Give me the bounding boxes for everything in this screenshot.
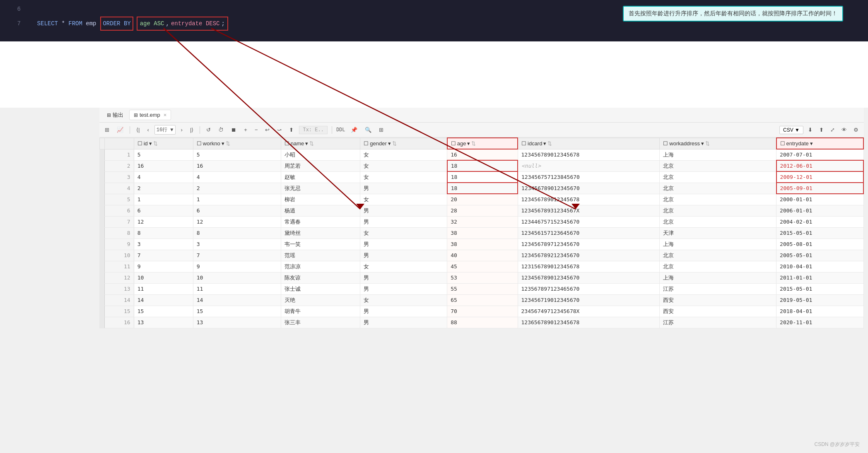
id-sort-icon[interactable]: ⇅ bbox=[153, 140, 158, 147]
th-entrydate[interactable]: ☐ entrydate ▾ bbox=[776, 138, 863, 149]
th-id[interactable]: ☐ id ▾ ⇅ bbox=[134, 138, 193, 149]
gender-cell: 男 bbox=[360, 283, 447, 294]
idcard-label: idcard bbox=[528, 140, 542, 147]
workaddress-cell: 江苏 bbox=[660, 283, 776, 294]
th-age[interactable]: ☐ age ▾ ⇅ bbox=[447, 138, 518, 149]
idcard-filter[interactable]: ▾ bbox=[543, 140, 546, 147]
tab-output[interactable]: ⊞ 输出 bbox=[103, 110, 128, 120]
th-gender[interactable]: ☐ gender ▾ ⇅ bbox=[360, 138, 447, 149]
row-num-cell: 8 bbox=[105, 227, 134, 239]
name-cell: 灭绝 bbox=[281, 294, 360, 306]
workno-cell: 2 bbox=[193, 183, 281, 194]
idcard-cell: 123456719012345670 bbox=[518, 294, 660, 306]
name-cell: 柳岩 bbox=[281, 194, 360, 205]
th-rownum bbox=[105, 138, 134, 149]
download-btn[interactable]: ⬇ bbox=[806, 126, 815, 134]
id-cell: 3 bbox=[134, 239, 193, 250]
workno-sort[interactable]: ⇅ bbox=[226, 140, 230, 147]
grid2-btn[interactable]: ⊞ bbox=[377, 126, 386, 134]
next-row-btn[interactable]: › bbox=[179, 126, 185, 134]
stop-btn[interactable]: ⏹ bbox=[229, 126, 239, 134]
id-filter-icon[interactable]: ▾ bbox=[149, 140, 152, 147]
table-row: 511柳岩女20123456789012345678北京2000-01-01 bbox=[100, 194, 864, 205]
gender-filter[interactable]: ▾ bbox=[388, 140, 391, 147]
scroll-cell bbox=[100, 283, 105, 294]
entrydate-filter[interactable]: ▾ bbox=[810, 140, 813, 147]
entrydate-cell: 2011-01-01 bbox=[776, 272, 863, 283]
prev-row-btn[interactable]: ‹ bbox=[145, 126, 151, 134]
search-btn[interactable]: 🔍 bbox=[363, 126, 374, 134]
first-row-btn[interactable]: ⟨| bbox=[134, 126, 142, 134]
entrydate-cell: 2007-07-01 bbox=[776, 149, 863, 160]
workaddress-filter[interactable]: ▾ bbox=[701, 140, 704, 147]
tab-close-btn[interactable]: × bbox=[164, 112, 167, 118]
gender-sort[interactable]: ⇅ bbox=[392, 140, 397, 147]
th-idcard[interactable]: ☐ idcard ▾ ⇅ bbox=[518, 138, 660, 149]
settings-btn[interactable]: ⚙ bbox=[851, 126, 861, 134]
workaddress-cell: 上海 bbox=[660, 149, 776, 160]
scroll-col bbox=[100, 138, 105, 149]
idcard-cell: 123656789012345678 bbox=[518, 317, 660, 328]
th-name[interactable]: ☐ name ▾ ⇅ bbox=[281, 138, 360, 149]
tab-output-label: 输出 bbox=[113, 111, 123, 119]
id-cell: 9 bbox=[134, 261, 193, 272]
expand-btn[interactable]: ⤢ bbox=[828, 126, 837, 134]
scroll-cell bbox=[100, 194, 105, 205]
scroll-cell bbox=[100, 149, 105, 160]
id-cell: 16 bbox=[134, 160, 193, 171]
rows-label[interactable]: 16行 ▼ bbox=[154, 125, 176, 135]
workno-cell: 6 bbox=[193, 205, 281, 216]
age-filter[interactable]: ▾ bbox=[467, 140, 470, 147]
entrydate-cell: 2004-02-01 bbox=[776, 216, 863, 227]
eye-btn[interactable]: 👁 bbox=[839, 126, 849, 134]
th-workno[interactable]: ☐ workno ▾ ⇅ bbox=[193, 138, 281, 149]
grid-view-btn[interactable]: ⊞ bbox=[103, 126, 111, 134]
csv-btn[interactable]: CSV ▼ bbox=[779, 126, 803, 134]
table-row: 151515胡青牛男7023456749712345678X西安2018-04-… bbox=[100, 306, 864, 317]
refresh-btn[interactable]: ↺ bbox=[204, 126, 213, 134]
upload2-btn[interactable]: ⬆ bbox=[817, 126, 826, 134]
name-sort[interactable]: ⇅ bbox=[309, 140, 314, 147]
id-cell: 1 bbox=[134, 194, 193, 205]
entrydate-cell: 2005-05-01 bbox=[776, 250, 863, 261]
ddl-label[interactable]: DDL bbox=[336, 127, 345, 133]
undo-btn[interactable]: ↩ bbox=[263, 126, 272, 134]
name-filter[interactable]: ▾ bbox=[305, 140, 308, 147]
workaddress-cell: 北京 bbox=[660, 216, 776, 227]
row-num-cell: 16 bbox=[105, 317, 134, 328]
entrydate-cell: 2020-11-01 bbox=[776, 317, 863, 328]
redo-btn[interactable]: ⤻ bbox=[275, 126, 284, 134]
chart-btn[interactable]: 📈 bbox=[115, 126, 125, 134]
entrydate-cell: 2019-05-01 bbox=[776, 294, 863, 306]
gender-cell: 女 bbox=[360, 194, 447, 205]
workno-filter[interactable]: ▾ bbox=[222, 140, 224, 147]
idcard-sort[interactable]: ⇅ bbox=[547, 140, 552, 147]
table-row: 344赵敏女18123456757123845670北京2009-12-01 bbox=[100, 171, 864, 183]
entrydate-cell: 2009-12-01 bbox=[776, 171, 863, 183]
upload-btn[interactable]: ⬆ bbox=[287, 126, 296, 134]
tab-test-emp[interactable]: ⊞ test.emp × bbox=[129, 110, 171, 120]
age-sort[interactable]: ⇅ bbox=[471, 140, 476, 147]
table-row: 141414灭绝女65123456719012345670西安2019-05-0… bbox=[100, 294, 864, 306]
age-cell: 18 bbox=[447, 160, 518, 171]
scroll-cell bbox=[100, 239, 105, 250]
name-checkbox: ☐ bbox=[285, 140, 289, 147]
th-workaddress[interactable]: ☐ workaddress ▾ ⇅ bbox=[660, 138, 776, 149]
gender-cell: 男 bbox=[360, 239, 447, 250]
pin-btn[interactable]: 📌 bbox=[349, 126, 359, 134]
history-btn[interactable]: ⏱ bbox=[216, 126, 226, 134]
del-row-btn[interactable]: − bbox=[253, 126, 260, 134]
add-row-btn[interactable]: + bbox=[242, 126, 249, 134]
row-num-cell: 15 bbox=[105, 306, 134, 317]
gender-cell: 男 bbox=[360, 250, 447, 261]
age-cell: 32 bbox=[447, 216, 518, 227]
tab-table-label: test.emp bbox=[140, 112, 160, 118]
workaddress-sort[interactable]: ⇅ bbox=[705, 140, 710, 147]
entrydate-cell: 2012-06-01 bbox=[776, 160, 863, 171]
line-num-6: 6 bbox=[12, 3, 21, 15]
toolbar: ⊞ 📈 ⟨| ‹ 16行 ▼ › |⟩ ↺ ⏱ ⏹ + − ↩ ⤻ ⬆ Tx: … bbox=[99, 123, 864, 137]
idcard-cell: 123456157123645670 bbox=[518, 227, 660, 239]
id-cell: 5 bbox=[134, 149, 193, 160]
last-row-btn[interactable]: |⟩ bbox=[188, 126, 195, 134]
table-row: 1199范凉凉女45123156789012345678北京2010-04-01 bbox=[100, 261, 864, 272]
